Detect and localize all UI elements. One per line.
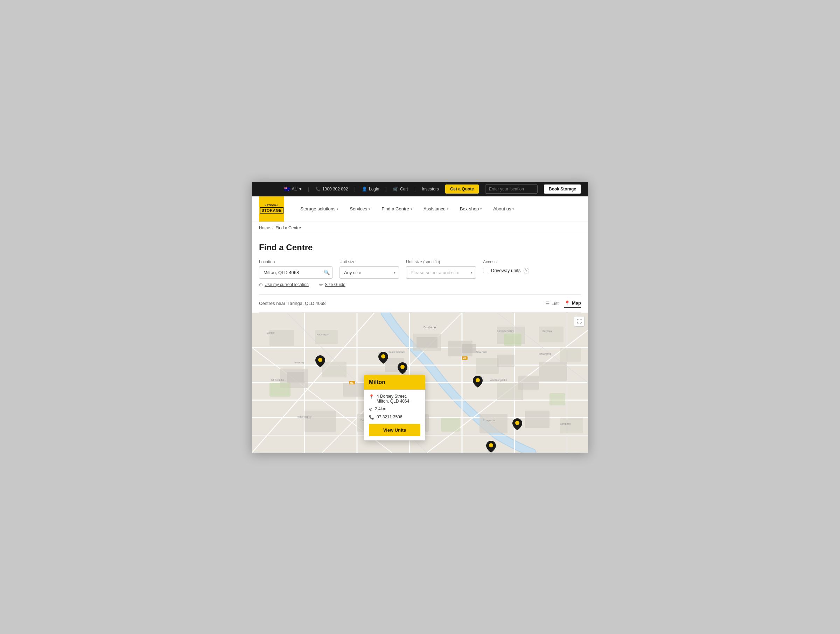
unit-size-select[interactable]: Any size Small Medium Large (339, 266, 399, 279)
nav-find-centre[interactable]: Find a Centre ▾ (376, 199, 418, 219)
unit-size-select-wrap: Any size Small Medium Large ▾ (339, 266, 399, 279)
location-input[interactable] (259, 266, 333, 279)
popup-address-row: 📍 4 Dorsey Street, Milton, QLD 4064 (369, 394, 420, 404)
svg-rect-40 (315, 330, 338, 344)
map-pin-5[interactable] (486, 441, 496, 453)
nav-storage-solutions-chevron-icon: ▾ (337, 207, 338, 211)
nav-services[interactable]: Services ▾ (344, 199, 376, 219)
svg-point-70 (400, 365, 404, 369)
current-location-link[interactable]: ⊕ Use my current location (259, 282, 309, 288)
nav-services-label: Services (350, 206, 367, 212)
popup-body: 📍 4 Dorsey Street, Milton, QLD 4064 ⊙ 2.… (364, 390, 425, 440)
list-icon: ☰ (545, 301, 550, 306)
svg-rect-44 (270, 383, 291, 397)
svg-rect-34 (305, 411, 336, 432)
size-guide-link[interactable]: ✏ Size Guide (319, 282, 346, 288)
map-pin-6[interactable] (512, 418, 522, 432)
filters-row: Location 🔍 Unit size Any size Small Medi… (259, 259, 581, 279)
svg-text:Mt Coot-tha: Mt Coot-tha (271, 379, 284, 381)
nav-links: Storage solutions ▾ Services ▾ Find a Ce… (295, 199, 520, 219)
cart-label: Cart (400, 187, 408, 191)
map-pin-icon: 📍 (564, 300, 570, 306)
popup-phone-icon: 📞 (369, 415, 374, 420)
phone-link[interactable]: 📞 1300 302 892 (315, 187, 348, 191)
svg-rect-47 (549, 393, 565, 405)
svg-text:Coorparoo: Coorparoo (483, 419, 494, 422)
breadcrumb-home[interactable]: Home (259, 226, 270, 230)
location-input-top[interactable] (485, 185, 538, 194)
location-label: Location (259, 259, 333, 264)
svg-text:South Brisbane: South Brisbane (388, 351, 405, 353)
cart-icon: 🛒 (393, 187, 398, 191)
nav-services-chevron-icon: ▾ (369, 207, 370, 211)
expand-icon: ⛶ (577, 319, 582, 324)
svg-text:M3: M3 (463, 357, 466, 359)
investors-link[interactable]: Investors (422, 187, 439, 191)
size-guide-label: Size Guide (325, 282, 346, 287)
user-icon: 👤 (362, 187, 367, 191)
list-view-button[interactable]: ☰ List (545, 299, 559, 308)
nav-find-centre-chevron-icon: ▾ (411, 207, 412, 211)
map-view-button[interactable]: 📍 Map (564, 299, 581, 308)
svg-text:Fortitude Valley: Fortitude Valley (497, 330, 514, 333)
popup-phone: 07 3211 3506 (377, 414, 402, 419)
map-pin-4[interactable] (473, 376, 483, 389)
nav-box-shop-chevron-icon: ▾ (480, 207, 482, 211)
unit-size-specific-select[interactable]: Please select a unit size (406, 266, 476, 279)
page-wrapper: 🇦🇺 AU ▾ | 📞 1300 302 892 | 👤 Login | 🛒 C… (252, 182, 588, 453)
svg-point-68 (318, 358, 322, 362)
map-expand-button[interactable]: ⛶ (574, 316, 584, 327)
nav-assistance[interactable]: Assistance ▾ (418, 199, 454, 219)
driveway-help-icon[interactable]: ? (524, 268, 529, 274)
popup-distance-row: ⊙ 2.4km (369, 406, 420, 412)
map-container[interactable]: Brisbane South Brisbane New Farm Toowong… (252, 313, 588, 453)
svg-text:Bardon: Bardon (267, 332, 275, 334)
search-button[interactable]: 🔍 (324, 270, 330, 275)
phone-number: 1300 302 892 (322, 187, 348, 191)
svg-rect-33 (560, 348, 581, 362)
map-popup: Milton 📍 4 Dorsey Street, Milton, QLD 40… (364, 375, 425, 440)
map-pin-1[interactable] (315, 355, 325, 368)
nav-bar: NATIONAL STORAGE Storage solutions ▾ Ser… (252, 196, 588, 222)
investors-label: Investors (422, 187, 439, 191)
divider1: | (308, 186, 309, 192)
cart-link[interactable]: 🛒 Cart (393, 187, 408, 191)
logo[interactable]: NATIONAL STORAGE (259, 196, 284, 221)
book-storage-button[interactable]: Book Storage (544, 185, 581, 194)
driveway-checkbox[interactable] (483, 268, 488, 273)
unit-size-filter-group: Unit size Any size Small Medium Large ▾ (339, 259, 399, 279)
nav-find-centre-label: Find a Centre (382, 206, 409, 212)
results-header: Centres near 'Taringa, QLD 4068' ☰ List … (259, 294, 581, 313)
get-quote-button[interactable]: Get a Quote (445, 185, 479, 194)
nav-box-shop-label: Box shop (460, 206, 479, 212)
nav-about-us[interactable]: About us ▾ (488, 199, 520, 219)
nav-storage-solutions-label: Storage solutions (300, 206, 335, 212)
svg-text:Camp Hill: Camp Hill (560, 422, 571, 425)
svg-text:Paddington: Paddington (317, 333, 329, 336)
nav-about-us-chevron-icon: ▾ (512, 207, 514, 211)
svg-rect-20 (417, 337, 437, 348)
map-pin-2[interactable] (378, 352, 388, 365)
svg-rect-22 (462, 344, 476, 353)
region-selector[interactable]: 🇦🇺 AU ▾ (284, 186, 302, 192)
svg-text:M1: M1 (350, 382, 354, 384)
phone-icon: 📞 (315, 187, 321, 191)
svg-point-73 (515, 421, 519, 425)
svg-rect-32 (539, 362, 567, 381)
access-label: Access (483, 259, 529, 264)
map-pin-3-active[interactable] (398, 362, 407, 376)
sub-links-row: ⊕ Use my current location ✏ Size Guide (259, 282, 581, 288)
svg-point-69 (381, 354, 385, 359)
svg-rect-28 (322, 362, 346, 377)
divider4: | (414, 186, 416, 192)
login-link[interactable]: 👤 Login (362, 187, 379, 191)
logo-national: NATIONAL (265, 204, 279, 207)
svg-rect-36 (480, 414, 507, 433)
nav-box-shop[interactable]: Box shop ▾ (454, 199, 488, 219)
view-units-button[interactable]: View Units (369, 424, 420, 436)
svg-rect-46 (441, 417, 460, 432)
current-location-label: Use my current location (265, 282, 309, 287)
nav-storage-solutions[interactable]: Storage solutions ▾ (295, 199, 344, 219)
location-crosshair-icon: ⊕ (259, 282, 263, 288)
flag-icon: 🇦🇺 (284, 186, 290, 192)
